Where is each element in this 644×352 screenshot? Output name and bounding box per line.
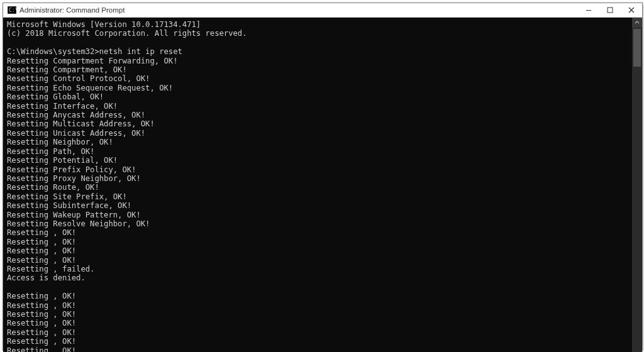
terminal-line: Resetting , OK! (7, 346, 630, 352)
terminal-line: Resetting Neighbor, OK! (7, 138, 630, 146)
close-button[interactable] (621, 3, 642, 17)
terminal-output[interactable]: Microsoft Windows [Version 10.0.17134.47… (3, 18, 632, 352)
terminal-line: Resetting Compartment, OK! (7, 65, 630, 74)
scrollbar-up-button[interactable] (632, 18, 642, 28)
terminal-line: Resetting Anycast Address, OK! (7, 111, 630, 119)
close-icon (628, 7, 635, 13)
terminal-line: Resetting Prefix Policy, OK! (7, 165, 630, 174)
terminal-line: Resetting Multicast Address, OK! (7, 119, 630, 128)
titlebar[interactable]: C:\ Administrator: Command Prompt (3, 3, 642, 18)
terminal-line: Resetting Route, OK! (7, 183, 630, 192)
cmd-window: C:\ Administrator: Command Prompt Micros… (3, 3, 643, 351)
maximize-button[interactable] (599, 3, 621, 17)
terminal-line: Resetting , OK! (7, 292, 630, 300)
minimize-button[interactable] (578, 3, 599, 17)
terminal-line: Resetting Wakeup Pattern, OK! (7, 211, 630, 219)
vertical-scrollbar[interactable] (632, 18, 642, 352)
scrollbar-thumb[interactable] (633, 29, 641, 67)
cmd-icon: C:\ (7, 5, 17, 15)
terminal-line: Resetting Global, OK! (7, 92, 630, 101)
terminal-line: Resetting Path, OK! (7, 147, 630, 156)
terminal-line (7, 283, 630, 292)
terminal-line: Resetting , OK! (7, 246, 630, 255)
terminal-line: Access is denied. (7, 273, 630, 282)
svg-rect-2 (586, 10, 591, 11)
terminal-line (7, 38, 630, 47)
svg-rect-3 (608, 8, 613, 13)
terminal-line: Resetting Site Prefix, OK! (7, 192, 630, 201)
terminal-line: Resetting Control Protocol, OK! (7, 74, 630, 83)
chevron-up-icon (635, 20, 640, 25)
terminal-line: Resetting , failed. (7, 265, 630, 273)
terminal-line: Resetting , OK! (7, 328, 630, 337)
window-title: Administrator: Command Prompt (19, 6, 125, 14)
terminal-line: Resetting , OK! (7, 337, 630, 346)
maximize-icon (607, 7, 613, 13)
terminal-line: Resetting , OK! (7, 228, 630, 237)
terminal-line: Resetting Echo Sequence Request, OK! (7, 84, 630, 92)
terminal-line: Resetting Proxy Neighbor, OK! (7, 174, 630, 183)
client-area: Microsoft Windows [Version 10.0.17134.47… (3, 18, 642, 352)
terminal-line: C:\Windows\system32>netsh int ip reset (7, 47, 630, 56)
terminal-line: (c) 2018 Microsoft Corporation. All righ… (7, 29, 630, 38)
terminal-line: Resetting Potential, OK! (7, 156, 630, 165)
terminal-line: Resetting Subinterface, OK! (7, 201, 630, 210)
terminal-line: Resetting , OK! (7, 301, 630, 310)
svg-text:C:\: C:\ (9, 8, 16, 13)
terminal-line: Resetting Unicast Address, OK! (7, 129, 630, 138)
terminal-line: Resetting , OK! (7, 256, 630, 265)
minimize-icon (586, 7, 592, 13)
terminal-line: Resetting Compartment Forwarding, OK! (7, 57, 630, 65)
terminal-line: Resetting Resolve Neighbor, OK! (7, 219, 630, 228)
terminal-line: Resetting , OK! (7, 310, 630, 319)
terminal-line: Resetting Interface, OK! (7, 102, 630, 111)
terminal-line: Resetting , OK! (7, 238, 630, 246)
terminal-line: Microsoft Windows [Version 10.0.17134.47… (7, 20, 630, 29)
terminal-line: Resetting , OK! (7, 319, 630, 327)
